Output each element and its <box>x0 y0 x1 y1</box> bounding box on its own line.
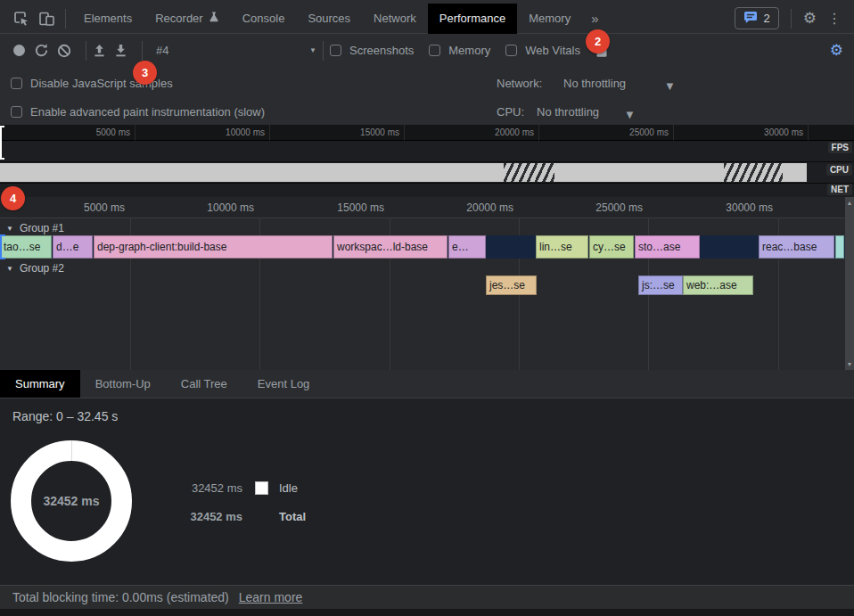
timeline-bar[interactable]: reac…base <box>759 235 834 259</box>
legend-row-idle: 32452 ms Idle <box>160 477 306 498</box>
record-button[interactable] <box>13 45 25 56</box>
timeline-bar[interactable]: js:…se <box>638 275 683 295</box>
divider <box>323 41 324 61</box>
checkbox-label: Screenshots <box>349 44 414 57</box>
history-selected: #4 <box>156 44 168 57</box>
screenshots-checkbox[interactable]: Screenshots <box>330 44 414 57</box>
flame-chart[interactable]: 5000 ms10000 ms15000 ms20000 ms25000 ms3… <box>0 197 854 370</box>
overview-net-lane <box>0 183 854 197</box>
tab-performance[interactable]: Performance <box>428 4 517 34</box>
checkbox-box <box>11 106 22 118</box>
window-bottom-strip <box>0 609 854 616</box>
tab-sources[interactable]: Sources <box>296 4 362 34</box>
timeline-bar[interactable]: e… <box>448 235 486 259</box>
reload-and-record-button[interactable] <box>34 43 49 58</box>
web-vitals-checkbox[interactable]: Web Vitals <box>505 44 580 57</box>
checkbox-label: Enable advanced paint instrumentation (s… <box>30 105 265 119</box>
annotation-badge-2: 2 <box>586 29 610 53</box>
tab-summary[interactable]: Summary <box>0 370 80 398</box>
fps-lane-label: FPS <box>828 142 852 153</box>
tab-label: Memory <box>529 12 571 25</box>
legend-value: 32452 ms <box>160 481 242 495</box>
overview-left-drag-handle[interactable] <box>0 126 4 160</box>
chat-icon <box>743 11 758 27</box>
legend-row-total: 32452 ms Total <box>160 505 306 527</box>
timeline-bar[interactable]: jes…se <box>486 275 537 295</box>
load-profile-icon[interactable] <box>93 44 106 58</box>
overview-tick-label: 5000 ms <box>96 127 135 137</box>
timeline-bar[interactable]: web:…ase <box>683 275 753 295</box>
group-label: Group #2 <box>20 262 64 275</box>
kebab-menu-icon[interactable]: ⋮ <box>822 10 847 27</box>
timeline-bar[interactable]: sto…ase <box>635 235 700 259</box>
advanced-paint-checkbox[interactable]: Enable advanced paint instrumentation (s… <box>11 105 265 119</box>
device-toolbar-icon[interactable] <box>34 6 59 31</box>
group1-header[interactable]: ▼ Group #1 <box>6 221 64 235</box>
scroll-up-icon[interactable]: ▲ <box>847 200 853 206</box>
issues-counter-button[interactable]: 2 <box>735 7 779 29</box>
overview-tick-label: 25000 ms <box>629 127 673 137</box>
divider <box>791 9 792 29</box>
tab-console[interactable]: Console <box>231 4 297 34</box>
timeline-tick-label: 5000 ms <box>84 201 130 214</box>
tab-recorder[interactable]: Recorder <box>144 4 230 34</box>
checkbox-box <box>11 78 22 89</box>
capture-settings-gear-icon[interactable]: ⚙ <box>830 43 843 58</box>
checkbox-label: Memory <box>448 44 490 57</box>
collapse-arrow-icon: ▼ <box>6 265 13 273</box>
timeline-ruler: 5000 ms10000 ms15000 ms20000 ms25000 ms3… <box>0 197 845 218</box>
legend-label: Total <box>279 510 306 523</box>
chevron-down-icon[interactable]: ▼ <box>664 79 676 93</box>
group-label: Group #1 <box>20 222 64 234</box>
tab-bottom-up[interactable]: Bottom-Up <box>80 370 166 398</box>
range-text: Range: 0 – 32.45 s <box>12 409 118 423</box>
devtools-tabbar: Elements Recorder Console Sources Networ… <box>0 0 854 34</box>
timeline-tick-label: 10000 ms <box>207 201 259 214</box>
scroll-down-icon[interactable]: ▼ <box>847 361 853 367</box>
divider <box>142 41 143 61</box>
chevron-down-icon[interactable]: ▼ <box>624 108 636 121</box>
tab-elements[interactable]: Elements <box>72 4 144 34</box>
timeline-bar[interactable]: tao…se <box>0 235 52 259</box>
cpu-throttling-select[interactable]: No throttling <box>537 105 599 119</box>
tab-memory[interactable]: Memory <box>517 4 582 34</box>
tab-event-log[interactable]: Event Log <box>242 370 325 398</box>
timeline-bar[interactable]: d…e <box>53 235 93 259</box>
timeline-bar[interactable] <box>835 235 844 259</box>
timeline-bar[interactable]: lin…se <box>536 235 588 259</box>
tab-call-tree[interactable]: Call Tree <box>166 370 242 398</box>
annotation-badge-3: 3 <box>133 61 157 85</box>
overview-tick-label: 20000 ms <box>495 127 538 137</box>
save-profile-icon[interactable] <box>114 44 127 58</box>
memory-checkbox[interactable]: Memory <box>429 44 490 57</box>
swatch-spacer <box>255 510 268 523</box>
overview-tick-label: 30000 ms <box>764 127 808 137</box>
group2-header[interactable]: ▼ Group #2 <box>6 261 64 275</box>
timeline-bar[interactable]: dep-graph-client:build-base <box>94 235 333 259</box>
more-tabs-icon[interactable]: » <box>582 11 607 26</box>
tab-label: Performance <box>439 12 505 25</box>
settings-row-1: Disable JavaScript samples Network: No t… <box>0 69 854 97</box>
checkbox-box <box>330 45 341 56</box>
collapse-arrow-icon: ▼ <box>6 225 13 233</box>
legend-label: Idle <box>279 481 298 495</box>
network-throttling-label: Network: <box>497 77 542 90</box>
divider <box>86 41 86 61</box>
timeline-bar[interactable]: cy…se <box>589 235 634 259</box>
inspect-element-icon[interactable] <box>9 6 34 31</box>
clear-recording-icon[interactable] <box>57 44 71 58</box>
timeline-tick-label: 15000 ms <box>337 201 390 214</box>
history-dropdown[interactable]: #4 ▼ <box>149 44 316 57</box>
vertical-scrollbar[interactable]: ▲ ▼ <box>845 197 854 370</box>
capture-settings-pane: Disable JavaScript samples Network: No t… <box>0 67 854 125</box>
network-throttling-select[interactable]: No throttling <box>563 77 626 90</box>
settings-row-2: Enable advanced paint instrumentation (s… <box>0 97 854 126</box>
summary-pane: Range: 0 – 32.45 s 32452 ms 32452 ms Idl… <box>0 398 854 585</box>
checkbox-box <box>505 45 517 56</box>
tab-network[interactable]: Network <box>362 4 428 34</box>
timeline-bar[interactable]: workspac…ld-base <box>333 235 448 259</box>
learn-more-link[interactable]: Learn more <box>239 590 303 604</box>
settings-gear-icon[interactable]: ⚙ <box>803 11 817 26</box>
flask-icon <box>209 12 219 26</box>
timeline-overview[interactable]: 5000 ms10000 ms15000 ms20000 ms25000 ms3… <box>0 125 854 197</box>
